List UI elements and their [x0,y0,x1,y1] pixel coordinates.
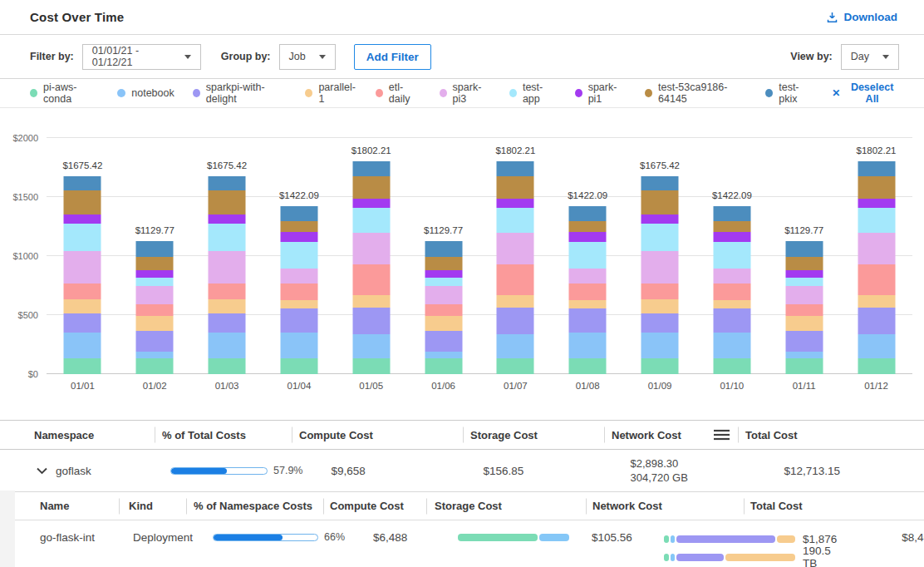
stacked-bar[interactable] [136,241,174,374]
legend-item-test-app[interactable]: test-app [509,81,557,105]
bar-segment-sparkpi-with-delight[interactable] [713,308,750,333]
bar-segment-spark-pi3[interactable] [497,233,534,264]
bar-segment-notebook[interactable] [641,333,679,358]
bar-segment-etl-daily[interactable] [858,264,895,295]
deselect-all-button[interactable]: ✕ Deselect All [832,81,899,105]
bar-segment-etl-daily[interactable] [352,264,390,295]
bar-segment-test-pkix[interactable] [569,206,607,221]
bar-segment-test-53ca9186-64145[interactable] [209,190,246,214]
group-by-select[interactable]: Job [279,44,336,70]
legend-item-etl-daily[interactable]: etl-daily [376,81,421,105]
bar-segment-sparkpi-with-delight[interactable] [136,331,174,353]
bar-segment-parallel-1[interactable] [64,299,101,313]
bar-segment-spark-pi3[interactable] [136,286,174,303]
bar-segment-test-53ca9186-64145[interactable] [569,221,607,231]
bar-segment-spark-pi3[interactable] [425,286,462,303]
bar-segment-test-app[interactable] [641,224,679,251]
bar-segment-spark-pi1[interactable] [425,270,462,279]
bar-segment-sparkpi-with-delight[interactable] [352,308,390,333]
bar-segment-pi-aws-conda[interactable] [136,358,174,374]
bar-segment-spark-pi1[interactable] [209,214,246,223]
legend-item-pi-aws-conda[interactable]: pi-aws-conda [30,81,99,105]
bar-segment-test-pkix[interactable] [497,161,534,175]
bar-segment-spark-pi3[interactable] [641,251,679,284]
stacked-bar[interactable] [209,176,246,374]
bar-segment-spark-pi1[interactable] [713,232,750,242]
add-filter-button[interactable]: Add Filter [354,44,431,70]
bar-segment-test-app[interactable] [209,224,246,251]
bar-segment-parallel-1[interactable] [425,316,462,330]
legend-item-test-pkix[interactable]: test-pkix [765,81,813,105]
stacked-bar[interactable] [497,161,534,374]
bar-segment-etl-daily[interactable] [209,284,246,300]
bar-segment-pi-aws-conda[interactable] [64,358,101,374]
bar-segment-test-pkix[interactable] [785,241,823,257]
namespace-expander[interactable]: goflask [13,465,155,477]
bar-segment-sparkpi-with-delight[interactable] [785,331,823,353]
bar-segment-notebook[interactable] [713,333,750,358]
bar-segment-sparkpi-with-delight[interactable] [858,308,895,333]
bar-segment-notebook[interactable] [497,334,534,358]
bar-segment-parallel-1[interactable] [713,300,750,308]
bar-segment-notebook[interactable] [136,352,174,358]
stacked-bar[interactable] [425,241,462,374]
bar-segment-test-pkix[interactable] [136,241,174,257]
bar-segment-notebook[interactable] [785,352,823,358]
bar-segment-spark-pi3[interactable] [569,269,607,283]
bar-segment-test-app[interactable] [425,278,462,286]
bar-segment-notebook[interactable] [64,333,101,358]
bar-segment-spark-pi1[interactable] [352,199,390,208]
bar-segment-spark-pi3[interactable] [280,269,317,283]
bar-segment-etl-daily[interactable] [641,284,679,300]
bar-segment-test-app[interactable] [280,242,317,269]
bar-segment-test-app[interactable] [136,278,174,286]
bar-segment-sparkpi-with-delight[interactable] [280,308,317,333]
bar-segment-test-pkix[interactable] [425,241,462,257]
bar-segment-pi-aws-conda[interactable] [569,358,607,374]
stacked-bar[interactable] [641,176,679,374]
bar-segment-etl-daily[interactable] [785,304,823,317]
chevron-down-icon[interactable] [37,467,47,475]
bar-segment-pi-aws-conda[interactable] [713,358,750,374]
bar-segment-spark-pi1[interactable] [569,232,607,242]
bar-segment-notebook[interactable] [858,334,895,358]
bar-segment-spark-pi3[interactable] [858,233,895,264]
bar-segment-sparkpi-with-delight[interactable] [641,313,679,333]
bar-segment-test-pkix[interactable] [64,176,101,190]
bar-segment-spark-pi1[interactable] [858,199,895,208]
bar-segment-parallel-1[interactable] [280,300,317,308]
bar-segment-spark-pi1[interactable] [785,270,823,279]
bar-segment-spark-pi1[interactable] [136,270,174,279]
bar-segment-test-app[interactable] [352,208,390,233]
bar-segment-etl-daily[interactable] [569,284,607,300]
bar-segment-test-53ca9186-64145[interactable] [713,221,750,231]
bar-segment-test-53ca9186-64145[interactable] [352,176,390,199]
bar-segment-test-app[interactable] [569,242,607,269]
bar-segment-pi-aws-conda[interactable] [785,358,823,374]
bar-segment-test-53ca9186-64145[interactable] [64,190,101,214]
stacked-bar[interactable] [352,161,390,374]
bar-segment-test-53ca9186-64145[interactable] [641,190,679,214]
bar-segment-test-pkix[interactable] [280,206,317,221]
view-by-select[interactable]: Day [841,44,899,70]
bar-segment-etl-daily[interactable] [280,284,317,300]
bar-segment-test-pkix[interactable] [352,161,390,175]
download-button[interactable]: Download [826,11,898,23]
bar-segment-etl-daily[interactable] [713,284,750,300]
bar-segment-test-53ca9186-64145[interactable] [785,257,823,270]
bar-segment-parallel-1[interactable] [209,299,246,313]
stacked-bar[interactable] [64,176,101,374]
bar-segment-test-app[interactable] [785,278,823,286]
bar-segment-spark-pi3[interactable] [785,286,823,303]
bar-segment-spark-pi1[interactable] [64,214,101,223]
bar-segment-test-pkix[interactable] [209,176,246,190]
bar-segment-test-pkix[interactable] [641,176,679,190]
bar-segment-parallel-1[interactable] [569,300,607,308]
bar-segment-notebook[interactable] [352,334,390,358]
bar-segment-test-53ca9186-64145[interactable] [280,221,317,231]
bar-segment-etl-daily[interactable] [64,284,101,300]
bar-segment-spark-pi1[interactable] [497,199,534,208]
bar-segment-spark-pi1[interactable] [641,214,679,223]
bar-segment-pi-aws-conda[interactable] [425,358,462,374]
legend-item-spark-pi1[interactable]: spark-pi1 [575,81,627,105]
